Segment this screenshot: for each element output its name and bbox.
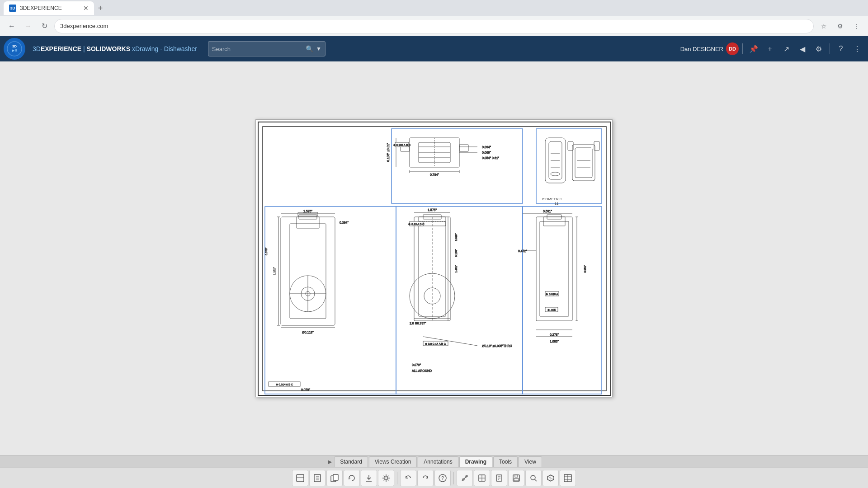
smart-dim-icon (460, 474, 469, 483)
tab-tools[interactable]: Tools (493, 456, 518, 467)
main-content: ISOMETRIC 11 (0, 61, 868, 488)
toolbar-expand-left[interactable]: ▶ (326, 454, 333, 470)
model-view-button[interactable] (474, 470, 490, 486)
import-button[interactable] (361, 470, 377, 486)
search-input[interactable] (212, 46, 303, 52)
svg-rect-177 (333, 474, 338, 480)
svg-point-180 (385, 477, 387, 479)
svg-text:ALL AROUND: ALL AROUND (412, 369, 432, 372)
svg-text:Ø0.118": Ø0.118" (302, 331, 314, 334)
note-button[interactable] (491, 470, 507, 486)
doc-context: xDrawing - Dishwasher (132, 45, 197, 52)
svg-text:0.784": 0.784" (430, 173, 439, 176)
3d-view-button[interactable] (542, 470, 559, 486)
search-view-button[interactable] (525, 470, 542, 486)
tab-standard[interactable]: Standard (334, 456, 368, 467)
svg-text:1.461": 1.461" (455, 265, 458, 272)
tab-drawing[interactable]: Drawing (459, 456, 492, 467)
svg-text:2.0 R0.787": 2.0 R0.787" (410, 322, 426, 325)
svg-text:0.069": 0.069" (482, 151, 491, 154)
forward-button[interactable]: → (22, 20, 34, 33)
undo-icon (404, 474, 413, 483)
drawing-sheet[interactable]: ISOMETRIC 11 (255, 119, 613, 397)
svg-text:0.472": 0.472" (518, 249, 528, 253)
svg-text:0.591": 0.591" (543, 210, 552, 213)
more-icon-button[interactable]: ⋮ (850, 42, 864, 56)
technical-drawing-svg: ISOMETRIC 11 (256, 120, 613, 397)
svg-text:0.354"   0.61": 0.354" 0.61" (482, 156, 500, 160)
model-view-icon (477, 474, 486, 483)
options-button[interactable] (378, 470, 394, 486)
svg-text:0.079": 0.079" (412, 363, 421, 366)
svg-text:0.394": 0.394" (482, 145, 491, 149)
smart-dim-button[interactable] (457, 470, 473, 486)
user-avatar[interactable]: DD (726, 42, 739, 55)
refresh-button[interactable]: ↻ (38, 20, 51, 33)
url-text: 3dexperience.com (60, 23, 108, 29)
svg-text:0.278": 0.278" (550, 333, 559, 336)
tools-icon-button[interactable]: ⚙ (811, 42, 826, 56)
svg-rect-201 (564, 474, 571, 482)
back-button[interactable]: ← (5, 20, 18, 33)
app-header: 3D ▶ II 3DEXPERIENCE | SOLIDWORKS xDrawi… (0, 36, 868, 61)
user-info: Dan DESIGNER DD (680, 42, 739, 55)
redo-button[interactable] (417, 470, 434, 486)
toolbar-sep-2 (453, 472, 454, 484)
compass-icon[interactable]: 3D ▶ II (4, 38, 25, 60)
menu-button[interactable]: ⋮ (850, 20, 863, 33)
search-bar[interactable]: 🔍 ▼ (208, 41, 326, 56)
header-actions: Dan DESIGNER DD 📌 ＋ ↗ ◀ ⚙ ? ⋮ (680, 42, 864, 56)
add-icon-button[interactable]: ＋ (763, 42, 777, 56)
copy-button[interactable] (326, 470, 343, 486)
extensions-button[interactable]: ⚙ (834, 20, 846, 33)
copy-icon (330, 474, 339, 483)
tab-close-button[interactable]: ✕ (83, 5, 89, 12)
compass-svg: 3D ▶ II (6, 41, 23, 57)
pin-icon-button[interactable]: 📌 (746, 42, 761, 56)
refresh-view-button[interactable] (344, 470, 360, 486)
svg-text:0.135" ±0.01": 0.135" ±0.01" (387, 143, 390, 162)
share-icon-button[interactable]: ↗ (779, 42, 793, 56)
svg-text:0.878": 0.878" (265, 248, 268, 255)
search-dropdown-icon[interactable]: ▼ (316, 46, 321, 52)
toolbar-row: ? (0, 468, 868, 488)
options-icon (382, 474, 391, 483)
help-icon-button[interactable]: ? (834, 42, 848, 56)
tab-view[interactable]: View (519, 456, 542, 467)
svg-text:?: ? (441, 475, 444, 481)
app-title: 3DEXPERIENCE | SOLIDWORKS xDrawing - Dis… (33, 45, 197, 52)
svg-text:1.575": 1.575" (303, 210, 313, 213)
svg-text:Ø0.18" ±0.005"THRU: Ø0.18" ±0.005"THRU (482, 344, 512, 347)
search-icon[interactable]: 🔍 (306, 45, 313, 52)
collaborate-icon-button[interactable]: ◀ (795, 42, 810, 56)
help-icon: ? (438, 474, 447, 483)
bookmark-button[interactable]: ☆ (817, 20, 830, 33)
save-icon (512, 474, 521, 483)
svg-text:⊕ 0.010 A: ⊕ 0.010 A (546, 293, 558, 296)
user-initials: DD (729, 46, 736, 52)
tab-annotations[interactable]: Annotations (418, 456, 458, 467)
help-button[interactable]: ? (434, 470, 451, 486)
table-icon (563, 474, 572, 483)
compass-widget[interactable]: 3D ▶ II (4, 38, 25, 60)
select-tool-button[interactable] (292, 470, 308, 486)
tab-views-creation[interactable]: Views Creation (369, 456, 417, 467)
app-prefix: 3D (33, 45, 41, 52)
undo-button[interactable] (400, 470, 416, 486)
redo-icon (421, 474, 430, 483)
svg-marker-178 (367, 475, 371, 479)
insert-sheet-button[interactable] (309, 470, 326, 486)
new-tab-button[interactable]: + (94, 2, 107, 14)
table-button[interactable] (560, 470, 576, 486)
svg-line-197 (535, 479, 537, 481)
address-bar[interactable]: 3dexperience.com (54, 19, 814, 33)
save-button[interactable] (508, 470, 524, 486)
browser-tab[interactable]: 3D 3DEXPERIENCE ✕ (4, 1, 94, 15)
search-view-icon (529, 474, 538, 483)
isometric-num: 11 (555, 202, 559, 206)
svg-text:⊕ 0.0 C 14 A B C: ⊕ 0.0 C 14 A B C (425, 343, 446, 345)
svg-text:0.639": 0.639" (455, 233, 458, 241)
svg-text:0.176": 0.176" (455, 249, 458, 257)
header-divider-1 (742, 43, 743, 54)
select-icon (296, 474, 305, 483)
